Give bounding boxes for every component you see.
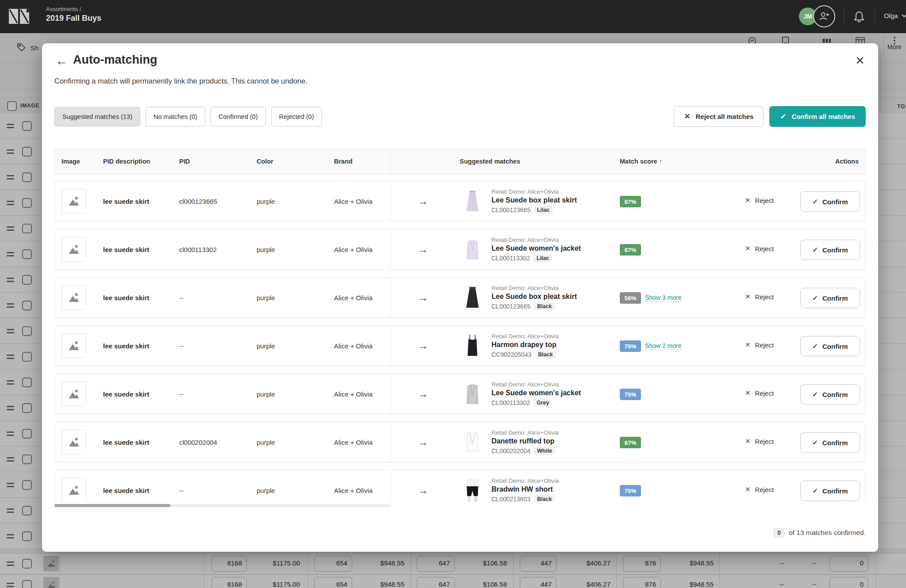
page-title: 2019 Fall Buys [46,14,101,23]
match-details: Retail Demo: Alice+Olivia Lee Suede box … [491,285,618,310]
match-retailer: Retail Demo: Alice+Olivia [491,285,618,291]
horizontal-scrollbar[interactable] [54,504,392,507]
match-code: CL000213603 [491,496,530,502]
match-name: Bradwin HW short [491,485,618,493]
match-color-chip: Black [534,302,555,310]
match-row: lee suede skirt cl000123665 purple Alice… [54,181,866,221]
app-logo-icon[interactable] [8,7,31,27]
user-name: Olga [884,12,898,19]
show-more-link[interactable]: Show 2 more [645,342,681,350]
col-match-score[interactable]: Match score ↑ [620,158,662,165]
check-icon: ✓ [812,198,818,206]
match-retailer: Retail Demo: Alice+Olivia [491,237,618,243]
reject-button[interactable]: ✕ Reject [745,341,774,349]
close-icon[interactable]: ✕ [855,54,865,68]
match-details: Retail Demo: Alice+Olivia Lee Suede wome… [491,381,618,407]
confirm-button[interactable]: ✓ Confirm [800,481,860,501]
brand-cell: Alice + Olivia [334,390,372,398]
pid-cell: cl000113302 [179,246,217,253]
confirm-button[interactable]: ✓ Confirm [800,191,860,212]
x-icon: ✕ [745,293,751,301]
arrow-right-icon: → [418,388,428,400]
match-code: CL000113302 [491,255,530,262]
confirm-button[interactable]: ✓ Confirm [800,384,860,405]
reject-button[interactable]: ✕ Reject [745,389,774,397]
x-icon: ✕ [745,341,751,349]
confirm-button[interactable]: ✓ Confirm [800,240,860,260]
x-icon: ✕ [745,485,751,493]
confirm-all-button[interactable]: ✓ Confirm all matches [769,106,866,127]
pid-description-cell: lee suede skirt [103,294,149,302]
x-icon: ✕ [745,437,751,445]
brand-cell: Alice + Olivia [334,198,372,205]
x-icon: ✕ [684,112,690,121]
match-name: Danette ruffled top [491,437,618,445]
match-color-chip: Lilac [534,206,553,214]
notifications-bell-icon[interactable] [853,10,865,25]
pid-cell: cl000202004 [179,439,217,446]
filter-tab[interactable]: Confirmed (0) [211,107,266,126]
product-image-placeholder [61,285,86,310]
pid-description-cell: lee suede skirt [103,487,149,494]
row-divider [390,181,391,221]
color-cell: purple [257,439,275,446]
filter-tab[interactable]: No matches (0) [146,107,205,126]
table-header: Image PID description PID Color Brand Su… [54,149,866,175]
confirm-button[interactable]: ✓ Confirm [800,288,860,308]
match-retailer: Retail Demo: Alice+Olivia [491,429,618,436]
back-arrow-button[interactable]: ← [55,54,68,68]
reject-all-button[interactable]: ✕ Reject all matches [674,106,764,127]
col-pid: PID [179,158,190,165]
reject-button[interactable]: ✕ Reject [745,485,774,493]
arrow-right-icon: → [418,340,428,352]
brand-cell: Alice + Olivia [334,342,372,350]
reject-button[interactable]: ✕ Reject [745,437,774,445]
row-divider [390,326,391,366]
col-image: Image [61,158,80,165]
x-icon: ✕ [745,244,751,252]
breadcrumb[interactable]: Assortments / [46,6,81,12]
user-menu[interactable]: Olga [884,12,906,19]
check-icon: ✓ [812,294,818,302]
confirm-button[interactable]: ✓ Confirm [800,432,860,453]
match-color-chip: Grey [534,399,553,407]
match-row: lee suede skirt -- purple Alice + Olivia… [54,470,866,502]
match-score-badge: 75% [620,485,641,496]
arrow-right-icon: → [418,436,428,448]
confirm-button[interactable]: ✓ Confirm [800,336,860,356]
product-image-placeholder [61,478,86,502]
match-color-chip: Black [535,351,556,359]
arrow-right-icon: → [418,243,428,256]
pid-cell: -- [179,342,184,350]
check-icon: ✓ [812,342,818,350]
reject-button[interactable]: ✕ Reject [745,293,774,301]
match-thumbnail [464,237,481,261]
pid-cell: -- [179,487,184,494]
x-icon: ✕ [745,389,751,397]
show-more-link[interactable]: Show 3 more [645,294,681,302]
row-divider [390,374,391,414]
match-name: Lee Suede box pleat skirt [491,293,618,301]
reject-button[interactable]: ✕ Reject [745,196,774,204]
auto-matching-modal: ← Auto-matching ✕ Confirming a match wil… [42,43,878,552]
match-name: Lee Suede box pleat skirt [491,196,618,204]
filter-tab[interactable]: Suggested matches (13) [54,107,140,126]
check-icon: ✓ [812,390,818,398]
confirmed-count-text: of 13 matches confirmed. [789,529,866,537]
match-retailer: Retail Demo: Alice+Olivia [491,381,618,388]
add-user-button[interactable] [813,5,835,27]
reject-button[interactable]: ✕ Reject [745,244,774,252]
brand-cell: Alice + Olivia [334,294,372,302]
header-divider [390,149,391,174]
match-score-badge: 56% [620,292,641,304]
scrollbar-thumb[interactable] [54,504,170,507]
match-details: Retail Demo: Alice+Olivia Lee Suede wome… [491,237,618,262]
filter-tab[interactable]: Rejected (0) [271,107,322,126]
match-code: CL000202004 [491,447,530,454]
modal-title: Auto-matching [73,53,157,67]
row-divider [390,470,391,502]
col-pid-description: PID description [103,158,150,165]
match-color-chip: White [534,447,555,455]
product-image-placeholder [61,237,86,262]
match-code: CC902205043 [491,351,531,358]
